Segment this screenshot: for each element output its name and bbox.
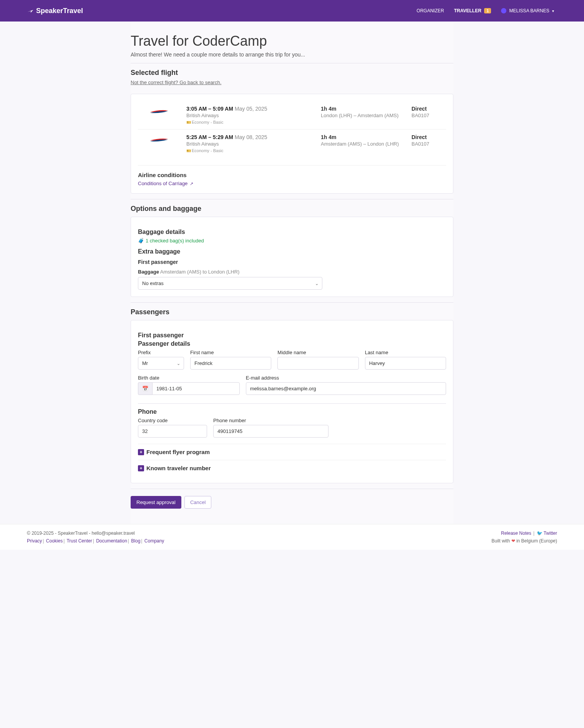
passengers-heading: Passengers — [131, 308, 453, 316]
user-name: MELISSA BARNES — [509, 8, 549, 13]
ffp-label: Frequent flyer program — [146, 449, 210, 455]
nav-traveller[interactable]: TRAVELLER 1 — [451, 6, 494, 16]
extra-baggage-heading: Extra baggage — [138, 248, 446, 255]
chevron-down-icon: ▾ — [552, 9, 554, 13]
footer-trust[interactable]: Trust Center — [66, 538, 92, 544]
flight-card: 3:05 AM – 5:09 AM May 05, 2025 British A… — [131, 94, 453, 194]
nav-organizer[interactable]: ORGANIZER — [413, 6, 447, 16]
divider — [131, 302, 453, 303]
ktn-expand[interactable]: + Known traveler number — [138, 460, 446, 476]
leg-right-col: Direct BA0107 — [411, 106, 446, 124]
flight-leg: 5:25 AM – 5:29 AM May 08, 2025 British A… — [138, 129, 446, 158]
footer-left: © 2019-2025 - SpeakerTravel - hello@spea… — [27, 531, 164, 544]
ktn-label: Known traveler number — [146, 465, 211, 471]
birth-date-label: Birth date — [138, 375, 240, 381]
phone-number-label: Phone number — [213, 418, 328, 423]
nav-right: ORGANIZER TRAVELLER 1 MELISSA BARNES ▾ — [413, 6, 557, 16]
footer-docs[interactable]: Documentation — [96, 538, 127, 544]
leg-duration: 1h 4m — [321, 106, 405, 112]
divider — [131, 199, 453, 199]
built-suffix: in Belgium (Europe) — [516, 538, 557, 544]
baggage-details-heading: Baggage details — [138, 229, 446, 235]
leg-cabin: Economy - Basic — [192, 148, 224, 153]
back-to-search-link[interactable]: Not the correct flight? Go back to searc… — [131, 80, 221, 85]
footer: © 2019-2025 - SpeakerTravel - hello@spea… — [0, 524, 584, 550]
airline-conditions-heading: Airline conditions — [138, 165, 446, 178]
first-passenger-label: First passenger — [138, 259, 446, 265]
leg-route-col: 1h 4m London (LHR) – Amsterdam (AMS) — [321, 106, 405, 124]
heart-icon: ❤ — [511, 538, 515, 544]
phone-heading: Phone — [138, 408, 446, 415]
first-name-input[interactable] — [190, 357, 271, 370]
last-name-label: Last name — [365, 350, 446, 355]
leg-route: London (LHR) – Amsterdam (AMS) — [321, 113, 405, 118]
selected-flight-heading: Selected flight — [131, 69, 453, 77]
plus-icon: + — [138, 465, 144, 471]
footer-company[interactable]: Company — [144, 538, 164, 544]
brand[interactable]: SpeakerTravel — [27, 7, 83, 15]
birth-date-input[interactable] — [152, 382, 240, 395]
country-code-label: Country code — [138, 418, 207, 423]
calendar-icon: 📅 — [138, 382, 152, 395]
last-name-input[interactable] — [365, 357, 446, 370]
leg-date: May 05, 2025 — [235, 106, 267, 112]
avatar-icon — [501, 8, 506, 13]
email-label: E-mail address — [246, 375, 446, 381]
airline-logo — [138, 134, 180, 153]
leg-date: May 08, 2025 — [235, 134, 267, 140]
leg-route: Amsterdam (AMS) – London (LHR) — [321, 141, 405, 147]
footer-cookies[interactable]: Cookies — [46, 538, 63, 544]
middle-name-input[interactable] — [277, 357, 358, 370]
first-passenger-heading: First passenger — [138, 332, 446, 339]
request-approval-button[interactable]: Request approval — [131, 496, 181, 509]
first-name-label: First name — [190, 350, 271, 355]
ffp-expand[interactable]: + Frequent flyer program — [138, 444, 446, 460]
country-code-input[interactable] — [138, 425, 207, 438]
baggage-route-label: Baggage Amsterdam (AMS) to London (LHR) — [138, 269, 446, 275]
leg-airline: British Airways — [186, 141, 315, 147]
leg-stops: Direct — [411, 134, 446, 140]
footer-blog[interactable]: Blog — [131, 538, 140, 544]
suitcase-icon: 🧳 — [138, 238, 144, 244]
leg-stops: Direct — [411, 106, 446, 112]
traveller-badge: 1 — [484, 8, 491, 13]
ticket-icon: 🎫 — [186, 149, 191, 153]
footer-right: Release Notes | 🐦 Twitter Built with ❤ i… — [491, 531, 557, 544]
leg-times-col: 3:05 AM – 5:09 AM May 05, 2025 British A… — [186, 106, 315, 124]
leg-flight-no: BA0107 — [411, 113, 446, 118]
footer-release-notes[interactable]: Release Notes — [501, 531, 531, 536]
brand-text: SpeakerTravel — [36, 7, 83, 15]
leg-duration: 1h 4m — [321, 134, 405, 140]
footer-twitter[interactable]: Twitter — [544, 531, 557, 536]
options-heading: Options and baggage — [131, 205, 453, 213]
navbar: SpeakerTravel ORGANIZER TRAVELLER 1 MELI… — [0, 0, 584, 22]
passenger-details-heading: Passenger details — [138, 340, 446, 347]
footer-privacy[interactable]: Privacy — [27, 538, 42, 544]
twitter-icon: 🐦 — [537, 531, 543, 536]
prefix-select[interactable]: Mr — [138, 357, 184, 370]
passenger-card: First passenger Passenger details Prefix… — [131, 320, 453, 483]
extra-baggage-select[interactable]: No extras — [138, 277, 322, 290]
main: Travel for CoderCamp Almost there! We ne… — [131, 22, 453, 524]
baggage-label-prefix: Baggage — [138, 269, 159, 275]
cancel-button[interactable]: Cancel — [184, 496, 211, 509]
nav-traveller-label: TRAVELLER — [454, 8, 481, 13]
flight-leg: 3:05 AM – 5:09 AM May 05, 2025 British A… — [138, 101, 446, 129]
leg-times: 3:05 AM – 5:09 AM — [186, 106, 233, 112]
conditions-of-carriage-link[interactable]: Conditions of Carriage ↗ — [138, 181, 193, 186]
leg-right-col: Direct BA0107 — [411, 134, 446, 153]
baggage-label-route: Amsterdam (AMS) to London (LHR) — [160, 269, 240, 275]
nav-user-menu[interactable]: MELISSA BARNES ▾ — [498, 6, 557, 16]
leg-times: 5:25 AM – 5:29 AM — [186, 134, 233, 140]
baggage-card: Baggage details 🧳 1 checked bag(s) inclu… — [131, 217, 453, 297]
baggage-included-text: 1 checked bag(s) included — [146, 238, 204, 244]
ticket-icon: 🎫 — [186, 120, 191, 124]
leg-flight-no: BA0107 — [411, 141, 446, 147]
divider — [131, 63, 453, 63]
conditions-link-text: Conditions of Carriage — [138, 181, 187, 186]
prefix-label: Prefix — [138, 350, 184, 355]
email-input[interactable] — [246, 382, 446, 395]
leg-route-col: 1h 4m Amsterdam (AMS) – London (LHR) — [321, 134, 405, 153]
divider — [131, 489, 453, 489]
phone-number-input[interactable] — [213, 425, 328, 438]
